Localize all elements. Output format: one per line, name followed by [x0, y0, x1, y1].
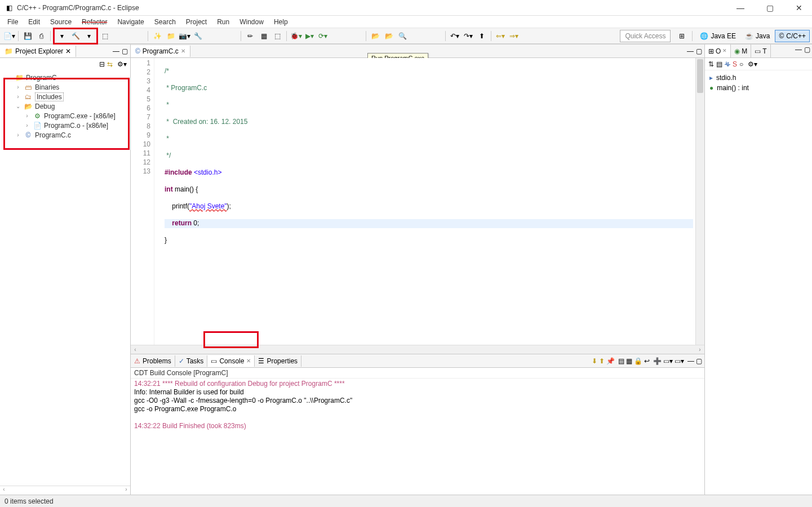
pen-icon[interactable]: ✏	[244, 30, 256, 42]
code-editor[interactable]: 12345678910111213 /* * ProgramC.c * * Cr…	[131, 58, 704, 345]
tools-icon[interactable]: 🔧	[192, 30, 204, 42]
new-button[interactable]: 📄▾	[3, 30, 15, 42]
search-icon[interactable]: 🔍	[396, 30, 409, 42]
workbench: 📁 Project Explorer ✕ — ▢ ⊟ ⇆ ⚙▾ ⌄📁Progra…	[0, 44, 812, 495]
close-tab-icon[interactable]: ✕	[181, 48, 185, 54]
minimize-button[interactable]: —	[732, 2, 749, 14]
project-tree[interactable]: ⌄📁ProgramC ›🗃Binaries ›🗂Includes ⌄📂Debug…	[0, 70, 130, 486]
save-all-button[interactable]: ⎙	[35, 30, 47, 42]
nav-prev-icon[interactable]: ↶▾	[449, 30, 461, 42]
outline-view: ⊞O✕ ◉M ▭T — ▢ ⇅ ▤ ↯ S ○ ⚙▾ ▸stdio.h ●mai…	[705, 45, 812, 495]
console-tab[interactable]: ▭Console✕	[207, 355, 255, 367]
minimize-view-icon[interactable]: —	[113, 48, 119, 55]
minimize-outline-icon[interactable]: —	[795, 46, 802, 56]
action-icon[interactable]: ⬚	[271, 30, 283, 42]
tasks-tab[interactable]: ✓Tasks	[175, 355, 208, 367]
menu-search[interactable]: Search	[149, 17, 181, 27]
maximize-panel-icon[interactable]: ▢	[696, 358, 702, 364]
outline-tree[interactable]: ▸stdio.h ●main() : int	[705, 70, 812, 95]
close-button[interactable]: ✕	[791, 2, 807, 14]
debug-button[interactable]: 🐞▾	[290, 30, 302, 42]
view-menu-outline-icon[interactable]: ⚙▾	[748, 61, 757, 68]
outline-item-main: ●main() : int	[709, 83, 807, 93]
outline-tab-o[interactable]: ⊞O✕	[705, 45, 731, 57]
grid-icon[interactable]: ▦	[258, 30, 270, 42]
display-console-dropdown[interactable]: ▭▾	[663, 358, 673, 364]
minimize-editor-icon[interactable]: —	[687, 48, 694, 55]
build-menu[interactable]: ▾	[83, 30, 95, 42]
vertical-scrollbar[interactable]	[695, 58, 704, 345]
view-menu-icon[interactable]: ⚙▾	[117, 61, 127, 68]
run-last-button[interactable]: ⟳▾	[317, 30, 329, 42]
display-selected-icon[interactable]: ▤	[618, 358, 624, 364]
statusbar: 0 items selected	[0, 495, 812, 507]
perspective-ccpp[interactable]: ©C/C++	[775, 30, 810, 42]
sort-icon[interactable]: ⇅	[708, 61, 714, 68]
close-icon[interactable]: ✕	[65, 48, 71, 55]
quick-access[interactable]: Quick Access	[620, 30, 671, 42]
open-task-icon[interactable]: 📂	[383, 30, 395, 42]
outline-tab-m[interactable]: ◉M	[731, 45, 751, 57]
forward-button[interactable]: ⇒▾	[508, 30, 520, 42]
hide-nonpublic-icon[interactable]: ○	[739, 61, 743, 68]
save-button[interactable]: 💾	[21, 30, 34, 42]
project-explorer-view: 📁 Project Explorer ✕ — ▢ ⊟ ⇆ ⚙▾ ⌄📁Progra…	[0, 45, 131, 495]
editor-area-container: © ProgramC.c ✕ — ▢ 12345678910111213 /* …	[131, 45, 705, 495]
toggle-button[interactable]: ⬚	[99, 30, 111, 42]
menu-project[interactable]: Project	[181, 17, 212, 27]
hide-static-icon[interactable]: S	[733, 61, 737, 68]
hide-fields-icon[interactable]: ↯	[725, 61, 730, 68]
editor-tab-programc[interactable]: © ProgramC.c ✕	[131, 46, 190, 57]
menu-edit[interactable]: Edit	[23, 17, 45, 27]
new-console-dropdown[interactable]: ▭▾	[675, 358, 684, 364]
maximize-outline-icon[interactable]: ▢	[804, 46, 810, 56]
project-explorer-tab[interactable]: 📁 Project Explorer ✕	[0, 46, 76, 57]
properties-tab[interactable]: ☰Properties	[255, 355, 301, 367]
menu-navigate[interactable]: Navigate	[112, 17, 149, 27]
horizontal-scrollbar[interactable]: ‹›	[131, 345, 704, 354]
menu-source[interactable]: Source	[45, 17, 77, 27]
maximize-button[interactable]: ▢	[761, 2, 778, 14]
minimize-panel-icon[interactable]: —	[687, 358, 694, 364]
console-header: CDT Build Console [ProgramC]	[131, 368, 704, 379]
outline-tab-t[interactable]: ▭T	[751, 45, 770, 57]
menu-window[interactable]: Window	[234, 17, 269, 27]
pin-console-icon[interactable]: 📌	[606, 358, 615, 364]
menu-run[interactable]: Run	[212, 17, 234, 27]
close-icon[interactable]: ✕	[246, 358, 251, 364]
filter-icon[interactable]: ▤	[716, 61, 722, 68]
scroll-up-icon[interactable]: ⬆	[599, 358, 605, 364]
menu-help[interactable]: Help	[269, 17, 293, 27]
open-type-icon[interactable]: 📂	[369, 30, 381, 42]
code-content[interactable]: /* * ProgramC.c * * Created on: 16. 12. …	[162, 58, 695, 345]
console-output[interactable]: 14:32:21 **** Rebuild of configuration D…	[131, 379, 704, 495]
perspective-javaee[interactable]: 🌐Java EE	[696, 30, 740, 42]
open-console-icon[interactable]: ➕	[653, 358, 662, 364]
scroll-down-icon[interactable]: ⬇	[592, 358, 597, 364]
includes-icon: 🗂	[24, 92, 33, 101]
nav-next-icon[interactable]: ↷▾	[462, 30, 474, 42]
folder-open-icon[interactable]: 📁	[165, 30, 177, 42]
open-perspective-button[interactable]: ⊞	[676, 30, 688, 42]
link-editor-icon[interactable]: ⇆	[107, 61, 113, 68]
perspective-java[interactable]: ☕Java	[741, 30, 774, 42]
problems-tab[interactable]: ⚠Problems	[131, 355, 175, 367]
clear-console-icon[interactable]: ▦	[626, 358, 632, 364]
wand-icon[interactable]: ✨	[151, 30, 163, 42]
main-toolbar: 📄▾ 💾 ⎙ ▾ 🔨 ▾ ⬚ ✨ 📁 📷▾ 🔧 ✏ ▦ ⬚ 🐞▾ ▶▾ ⟳▾ 📂…	[0, 28, 812, 44]
line-numbers: 12345678910111213	[131, 58, 154, 345]
collapse-all-icon[interactable]: ⊟	[99, 61, 105, 68]
nav-up-icon[interactable]: ⬆	[476, 30, 488, 42]
scroll-lock-icon[interactable]: 🔒	[634, 358, 642, 364]
project-explorer-icon: 📁	[5, 48, 13, 55]
build-dropdown[interactable]: ▾	[56, 30, 68, 42]
run-button[interactable]: ▶▾	[303, 30, 316, 42]
menu-file[interactable]: File	[2, 17, 23, 27]
maximize-editor-icon[interactable]: ▢	[696, 48, 702, 55]
build-button[interactable]: 🔨	[69, 30, 82, 42]
camera-icon[interactable]: 📷▾	[178, 30, 190, 42]
word-wrap-icon[interactable]: ↩	[644, 358, 650, 364]
maximize-view-icon[interactable]: ▢	[122, 48, 128, 55]
menu-refactor[interactable]: Refactor	[77, 17, 112, 27]
back-button[interactable]: ⇐▾	[494, 30, 507, 42]
